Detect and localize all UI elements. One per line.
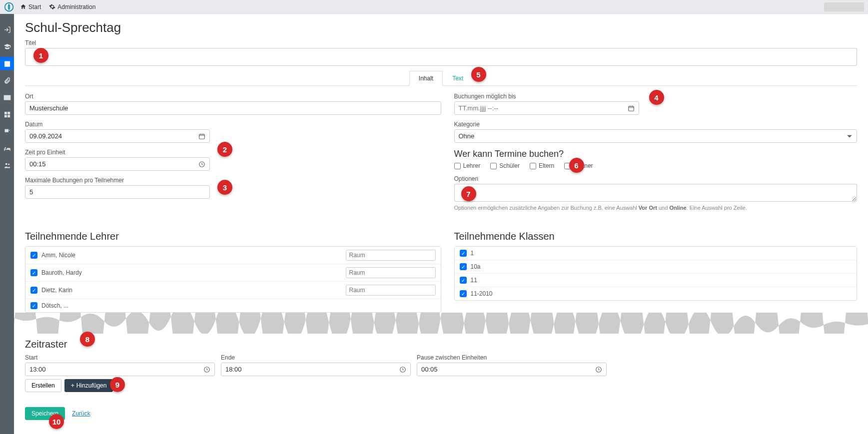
list-item-label: Amm, Nicole [41,252,342,259]
sidebar-graduation-icon[interactable] [0,40,14,53]
list-item-label: 11-2010 [471,290,852,297]
tab-text[interactable]: Text [443,71,473,86]
sidebar-users-icon[interactable] [0,159,14,172]
sidebar-teach-icon[interactable] [0,125,14,138]
svg-rect-13 [628,106,634,110]
optionen-label: Optionen [454,175,858,182]
list-item[interactable]: ✓ Dietz, Karin [25,282,441,299]
gear-icon [49,3,55,10]
svg-rect-2 [4,61,9,62]
max-buchungen-input[interactable] [25,185,210,199]
start-label: Start [25,354,215,361]
raum-input[interactable] [346,267,436,278]
list-item[interactable]: ✓ 11-2010 [455,287,857,300]
checkbox-icon[interactable]: ✓ [30,269,37,276]
datum-label: Datum [25,121,210,128]
sidebar-mail-icon[interactable] [0,91,14,104]
page-title: Schul-Sprechtag [25,20,857,35]
checkbox-lehrer[interactable]: Lehrer [454,162,481,169]
titel-input[interactable] [25,48,857,66]
zeit-pro-einheit-input[interactable] [25,158,194,170]
sidebar-logout-icon[interactable] [0,23,14,36]
ende-input[interactable] [221,363,395,376]
lehrer-list: ✓ Amm, Nicole ✓ Bauroth, Hardy ✓ Dietz, … [25,246,441,313]
checkbox-icon[interactable]: ✓ [460,263,467,270]
list-item[interactable]: ✓ 1 [455,247,857,260]
teilnehmende-lehrer-title: Teilnehmende Lehrer [25,231,441,242]
datum-input[interactable] [25,130,194,142]
nav-start-label: Start [28,3,41,10]
zeitraster-title: Zeitraster [25,339,857,350]
ort-input[interactable] [25,101,441,115]
clock-icon[interactable] [194,161,209,168]
clock-icon[interactable] [395,366,410,373]
titel-label: Titel [25,39,857,46]
annotation-3: 3 [217,180,232,195]
list-item[interactable]: ✓ 11 [455,274,857,287]
list-item-label: 11 [471,277,852,284]
sidebar-grid-icon[interactable] [0,108,14,121]
zurueck-link[interactable]: Zurück [72,410,90,417]
list-item[interactable]: ✓ Bauroth, Hardy [25,264,441,282]
nav-start[interactable]: Start [20,3,41,10]
checkbox-icon[interactable]: ✓ [460,277,467,284]
hinzufuegen-button[interactable]: + Hinzufügen [64,379,113,392]
plus-icon: + [71,382,74,389]
max-buchungen-label: Maximale Buchungen pro Teilnehmer [25,177,210,184]
calendar-icon[interactable] [624,105,639,112]
checkbox-icon[interactable]: ✓ [30,287,37,294]
kategorie-label: Kategorie [454,121,858,128]
clock-icon[interactable] [199,366,214,373]
list-item-label: Bauroth, Hardy [41,269,342,276]
teilnehmende-klassen-title: Teilnehmende Klassen [454,231,858,242]
nav-admin-label: Administration [57,3,95,10]
clock-icon[interactable] [591,366,606,373]
pause-input[interactable] [417,363,591,376]
start-input[interactable] [25,363,199,376]
erstellen-button[interactable]: Erstellen [25,379,61,392]
checkbox-icon[interactable]: ✓ [30,302,37,309]
calendar-icon[interactable] [194,133,209,140]
checkbox-partner[interactable]: Partner [564,162,593,169]
checkbox-icon[interactable]: ✓ [460,290,467,297]
list-item-label: Dötsch, ... [41,302,436,309]
sidebar-attachment-icon[interactable] [0,74,14,87]
main-content: Schul-Sprechtag Titel 1 Inhalt Text 5 Or… [14,14,868,434]
kategorie-select[interactable]: Ohne [454,129,858,143]
checkbox-icon[interactable]: ✓ [30,252,37,259]
svg-point-8 [4,147,6,149]
buchungen-bis-label: Buchungen möglich bis [454,93,639,100]
pause-label: Pause zwischen Einheiten [417,354,607,361]
svg-rect-3 [4,95,10,100]
list-item-label: Dietz, Karin [41,287,342,294]
tab-inhalt[interactable]: Inhalt [409,71,443,86]
annotation-2: 2 [217,142,232,157]
svg-rect-4 [4,111,6,114]
list-item[interactable]: ✓ Dötsch, ... [25,299,441,312]
buchungen-bis-input[interactable] [455,102,624,114]
list-item[interactable]: ✓ Amm, Nicole [25,247,441,264]
checkbox-eltern[interactable]: Eltern [530,162,554,169]
nav-admin[interactable]: Administration [49,3,95,10]
ende-label: Ende [221,354,411,361]
optionen-textarea[interactable] [454,184,858,202]
zeit-pro-einheit-label: Zeit pro Einheit [25,149,210,156]
home-icon [20,3,26,10]
svg-rect-5 [7,111,10,114]
list-item-label: 1 [471,250,852,257]
sidebar [0,14,14,434]
checkbox-schueler[interactable]: Schüler [490,162,520,169]
sidebar-bed-icon[interactable] [0,142,14,155]
raum-input[interactable] [346,250,436,261]
list-item[interactable]: ✓ 10a [455,260,857,274]
torn-separator [14,313,868,334]
checkbox-icon[interactable]: ✓ [460,250,467,257]
app-logo-icon [4,2,14,12]
klassen-list: ✓ 1 ✓ 10a ✓ 11 ✓ 11-2010 [454,246,858,301]
svg-point-10 [8,163,9,165]
raum-input[interactable] [346,285,436,296]
optionen-help: Optionen ermöglichen zusätzliche Angaben… [454,205,858,211]
sidebar-calendar-icon[interactable] [0,57,14,70]
list-item-label: 10a [471,263,852,270]
speichern-button[interactable]: Speichern [25,407,65,420]
